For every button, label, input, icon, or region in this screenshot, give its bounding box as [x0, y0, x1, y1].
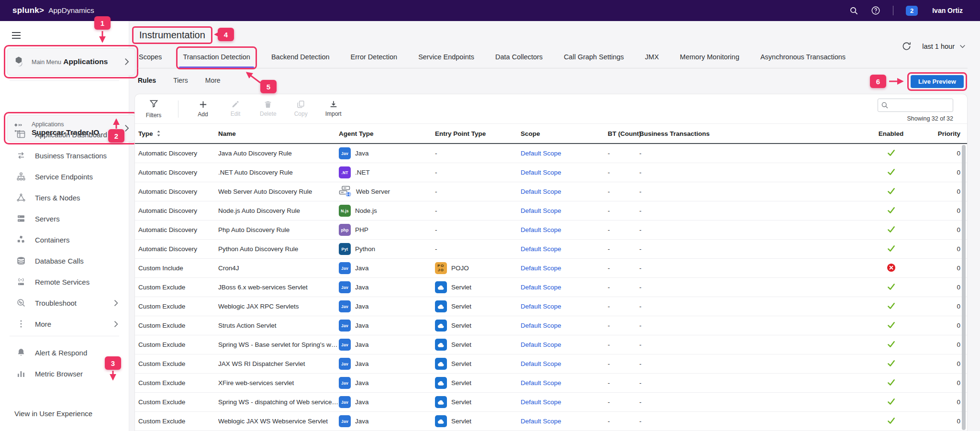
cell-business-transactions: - — [639, 188, 855, 195]
table-row[interactable]: Custom ExcludeSpring WS - dispatching of… — [135, 393, 967, 412]
scope-link[interactable]: Default Scope — [521, 207, 561, 214]
table-row[interactable]: Automatic DiscoveryNode.js Auto Discover… — [135, 201, 967, 221]
view-in-user-experience-link[interactable]: View in User Experience — [14, 409, 92, 418]
agent-type-label: Java — [355, 360, 369, 367]
agent-type-label: Java — [355, 265, 369, 272]
subtab-rules[interactable]: Rules — [138, 77, 156, 84]
table-row[interactable]: Automatic Discovery.NET Auto Discovery R… — [135, 163, 967, 182]
servers-icon — [16, 214, 26, 223]
tab-memory-monitoring[interactable]: Memory Monitoring — [679, 49, 740, 68]
annotation-arrow-2 — [112, 116, 120, 130]
sidebar-item-troubleshoot[interactable]: Troubleshoot — [0, 292, 129, 313]
table-row[interactable]: Custom IncludeCron4JJavJavaPOJOPOJODefau… — [135, 259, 967, 278]
cell-entry-point-type: - — [435, 226, 521, 233]
scope-link[interactable]: Default Scope — [521, 360, 561, 367]
table-scrollbar[interactable] — [962, 145, 966, 430]
cell-type: Automatic Discovery — [138, 188, 218, 195]
entry-point-label: Servlet — [451, 303, 471, 310]
table-row[interactable]: Custom ExcludeStruts Action ServletJavJa… — [135, 316, 967, 335]
help-icon[interactable] — [871, 6, 880, 15]
chevron-right-icon — [124, 57, 129, 66]
dashboard-icon — [16, 130, 26, 139]
sidebar-item-label: More — [35, 320, 51, 328]
cell-name: Web Server Auto Discovery Rule — [218, 188, 339, 195]
table-row[interactable]: Automatic DiscoveryJava Auto Discovery R… — [135, 144, 967, 163]
tab-call-graph-settings[interactable]: Call Graph Settings — [563, 49, 625, 68]
cell-type: Automatic Discovery — [138, 169, 218, 176]
remote-services-icon — [16, 277, 26, 287]
scope-link[interactable]: Default Scope — [521, 265, 561, 272]
sidebar-item-more[interactable]: More — [0, 313, 129, 334]
main-menu-applications-card[interactable]: Main Menu Applications — [7, 48, 135, 76]
main-menu-eyebrow: Main Menu — [32, 59, 61, 66]
sidebar-item-remote-services[interactable]: Remote Services — [0, 271, 129, 292]
table-row[interactable]: Automatic DiscoveryPhp Auto Discovery Ru… — [135, 221, 967, 240]
toolbar-add-button[interactable]: Add — [195, 100, 211, 118]
sidebar-item-containers[interactable]: Containers — [0, 229, 129, 250]
toolbar-import-button[interactable]: Import — [325, 100, 342, 118]
filters-button[interactable]: Filters — [145, 99, 162, 119]
subtab-more[interactable]: More — [205, 77, 221, 84]
cell-type: Custom Exclude — [138, 322, 218, 329]
tab-asynchronous-transactions[interactable]: Asynchronous Transactions — [759, 49, 846, 68]
enabled-check-icon — [887, 187, 896, 196]
table-row[interactable]: Automatic DiscoveryPython Auto Discovery… — [135, 240, 967, 259]
scope-link[interactable]: Default Scope — [521, 188, 561, 195]
table-row[interactable]: Automatic DiscoveryWeb Server Auto Disco… — [135, 182, 967, 201]
scope-link[interactable]: Default Scope — [521, 303, 561, 310]
scope-link[interactable]: Default Scope — [521, 150, 561, 157]
scope-link[interactable]: Default Scope — [521, 418, 561, 425]
search-icon[interactable] — [849, 6, 858, 15]
agent-type-label: Java — [355, 322, 369, 329]
sidebar-item-business-transactions[interactable]: Business Transactions — [0, 145, 129, 166]
tab-scopes[interactable]: Scopes — [138, 49, 163, 68]
table-row[interactable]: Custom ExcludeXFire web-services servlet… — [135, 374, 967, 393]
subtab-tiers[interactable]: Tiers — [173, 77, 188, 84]
scope-link[interactable]: Default Scope — [521, 322, 561, 329]
scope-link[interactable]: Default Scope — [521, 169, 561, 176]
chevron-right-icon — [111, 320, 121, 328]
splunk-logo: splunk> — [12, 6, 44, 15]
scope-link[interactable]: Default Scope — [521, 245, 561, 253]
scope-link[interactable]: Default Scope — [521, 379, 561, 387]
search-input[interactable] — [891, 101, 950, 110]
cell-name: Cron4J — [218, 265, 339, 272]
sidebar-item-database-calls[interactable]: Database Calls — [0, 250, 129, 271]
tab-data-collectors[interactable]: Data Collectors — [494, 49, 544, 68]
entry-point-dash: - — [435, 169, 437, 176]
cell-type: Custom Exclude — [138, 418, 218, 425]
column-header-type[interactable]: Type — [138, 130, 218, 137]
entry-point-label: Servlet — [451, 379, 471, 387]
tab-transaction-detection[interactable]: Transaction Detection — [182, 49, 251, 68]
scope-link[interactable]: Default Scope — [521, 398, 561, 406]
scope-link[interactable]: Default Scope — [521, 226, 561, 233]
scope-link[interactable]: Default Scope — [521, 341, 561, 348]
table-row[interactable]: Custom ExcludeJAX WS RI Dispatcher Servl… — [135, 354, 967, 374]
entry-point-dash: - — [435, 226, 437, 233]
scope-link[interactable]: Default Scope — [521, 284, 561, 291]
cell-entry-point-type: - — [435, 245, 521, 253]
cell-type: Custom Exclude — [138, 398, 218, 406]
servlet-icon — [435, 415, 447, 427]
user-menu[interactable]: Ivan Ortiz — [932, 7, 963, 14]
table-row[interactable]: Custom ExcludeJBoss 6.x web-services Ser… — [135, 278, 967, 297]
table-row[interactable]: Custom ExcludeSpring WS - Base servlet f… — [135, 335, 967, 354]
cell-name: Spring WS - dispatching of Web service m… — [218, 398, 339, 406]
tab-error-detection[interactable]: Error Detection — [350, 49, 399, 68]
annotation-badge-5: 5 — [260, 80, 277, 93]
cell-scope: Default Scope — [521, 341, 601, 348]
column-header-agent-type: Agent Type — [339, 130, 435, 137]
sidebar-item-servers[interactable]: Servers — [0, 208, 129, 229]
tab-jmx[interactable]: JMX — [644, 49, 660, 68]
notification-badge[interactable]: 2 — [906, 6, 918, 16]
sidebar-item-service-endpoints[interactable]: Service Endpoints — [0, 166, 129, 187]
live-preview-button[interactable]: Live Preview — [911, 75, 964, 88]
tab-backend-detection[interactable]: Backend Detection — [270, 49, 331, 68]
sidebar-item-tiers-nodes[interactable]: Tiers & Nodes — [0, 187, 129, 208]
tab-service-endpoints[interactable]: Service Endpoints — [417, 49, 475, 68]
cell-priority: 0 — [927, 322, 960, 329]
table-row[interactable]: Custom ExcludeWeblogic JAX RPC ServletsJ… — [135, 297, 967, 316]
table-row[interactable]: Custom ExcludeWeblogic JAX WS Webservice… — [135, 412, 967, 431]
hamburger-menu-icon[interactable] — [11, 30, 22, 43]
cell-scope: Default Scope — [521, 398, 601, 406]
